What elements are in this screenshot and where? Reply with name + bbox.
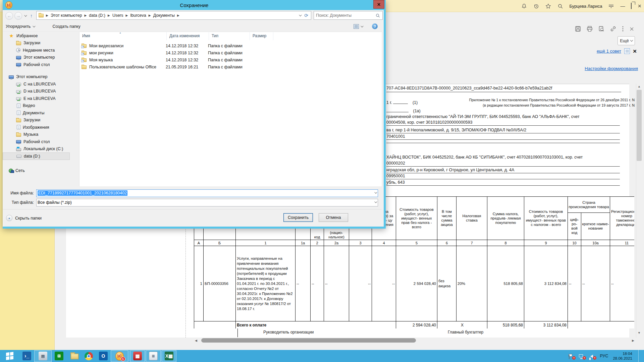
nav-item-desktop[interactable]: Рабочий стол <box>3 138 79 145</box>
vertical-scrollbar-thumb[interactable] <box>637 90 642 161</box>
scroll-left-icon[interactable]: ◀ <box>195 339 197 342</box>
filename-value[interactable]: EDI_7718992717770401001_20210628180402 <box>38 190 127 196</box>
advice-close-icon[interactable]: × <box>633 48 637 54</box>
breadcrumb-this-pc[interactable]: Этот компьютер <box>49 13 83 18</box>
nav-history-chevron-icon[interactable] <box>24 14 27 16</box>
app-close-button[interactable]: × <box>638 3 641 9</box>
minimize-button[interactable]: — <box>620 4 625 8</box>
combo-dropdown-icon[interactable] <box>374 191 377 193</box>
taskbar-notepad[interactable]: ≣ <box>146 350 161 362</box>
nav-item-e-lburceva[interactable]: E на LBURCEVA <box>3 95 79 102</box>
taskbar-chrome[interactable] <box>81 350 96 362</box>
address-bar[interactable]: ▶ Этот компьютер ▶ data (D:) ▶ Users ▶ l… <box>36 11 311 20</box>
back-button[interactable]: ← <box>5 12 13 20</box>
combo-dropdown-icon[interactable] <box>374 200 377 203</box>
more-button[interactable]: Ещё <box>618 36 635 45</box>
nav-item-desktop-fav[interactable]: Рабочий стол <box>3 61 79 68</box>
restore-button[interactable] <box>631 3 632 9</box>
nav-item-c-lburceva[interactable]: C на LBURCEVA <box>3 80 79 88</box>
file-row-videos[interactable]: Мои видеозаписи 14.12.2018 12:32 Папка с… <box>82 42 380 49</box>
nav-item-pictures[interactable]: Изображения <box>3 124 79 131</box>
signature-accountant: Главный бухгалтер <box>448 330 483 335</box>
save-button[interactable]: Сохранить <box>283 213 313 222</box>
scroll-up-icon[interactable]: ▲ <box>638 85 641 88</box>
action-center-icon[interactable]: × <box>569 354 574 359</box>
link-icon[interactable] <box>610 25 616 32</box>
start-button[interactable] <box>0 350 19 362</box>
column-header-type[interactable]: Тип <box>209 32 250 40</box>
nav-group-network[interactable]: Сеть <box>3 167 79 175</box>
filename-combo[interactable]: EDI_7718992717770401001_20210628180402 <box>36 189 378 197</box>
preview-icon[interactable] <box>598 25 605 32</box>
nav-item-recent-places[interactable]: Недавние места <box>3 47 79 54</box>
filetype-combo[interactable]: Все файлы (*.zip) <box>36 199 378 206</box>
nav-group-this-pc[interactable]: Этот компьютер <box>3 73 79 81</box>
breadcrumb-documents[interactable]: Документы <box>152 13 176 18</box>
change-view-button[interactable] <box>354 24 363 29</box>
file-row-pictures[interactable]: мои рисунки 14.12.2018 12:32 Папка с фай… <box>82 49 380 56</box>
nav-item-downloads-fav[interactable]: Загрузки <box>3 40 79 47</box>
organize-button[interactable]: Упорядочить <box>3 23 38 30</box>
breadcrumb-user[interactable]: lburceva <box>129 13 147 18</box>
forward-button[interactable]: → <box>14 12 22 20</box>
breadcrumb-data-d[interactable]: data (D:) <box>88 13 107 18</box>
taskbar-toolbox[interactable]: ▦ <box>130 350 145 362</box>
close-report-icon[interactable] <box>629 25 635 32</box>
taskbar-1c[interactable]: 1С1 <box>111 350 128 362</box>
nav-item-downloads[interactable]: Загрузки <box>3 117 79 124</box>
nav-item-music[interactable]: Музыка <box>3 131 79 138</box>
taskbar-outlook[interactable]: O <box>96 350 111 362</box>
dialog-titlebar[interactable]: 1С Сохранение ✕ <box>3 0 386 10</box>
nav-item-data-d-selected[interactable]: data (D:) <box>3 153 70 160</box>
new-folder-button[interactable]: Создать папку <box>49 23 83 30</box>
history-icon[interactable] <box>533 3 539 9</box>
file-row-office-templates[interactable]: Пользовательские шаблоны Office 21.05.20… <box>82 63 380 70</box>
advice-doc-icon[interactable] <box>624 48 630 54</box>
search-icon[interactable] <box>557 3 564 9</box>
search-magnifier-icon[interactable] <box>375 13 380 18</box>
save-report-icon[interactable] <box>575 25 581 32</box>
hide-folders-button[interactable]: ▲ Скрыть папки <box>6 215 42 221</box>
cancel-button[interactable]: Отмена <box>319 213 348 222</box>
search-box[interactable] <box>314 11 383 20</box>
network-status-icon[interactable]: × <box>579 354 585 359</box>
taskbar-server-manager[interactable]: ▤ <box>34 350 52 362</box>
dialog-close-button[interactable]: ✕ <box>373 0 384 9</box>
favorites-star-icon[interactable] <box>545 3 551 9</box>
notifications-bell-icon[interactable] <box>521 3 527 9</box>
refresh-icon[interactable]: ⟳ <box>304 13 308 18</box>
scroll-right-icon[interactable]: ▶ <box>632 339 634 342</box>
nav-item-documents[interactable]: Документы <box>3 109 79 117</box>
volume-icon[interactable]: × <box>589 354 595 359</box>
column-header-name[interactable]: Имя▲ <box>79 32 167 40</box>
taskbar-powershell[interactable]: ›_ <box>19 350 34 362</box>
main-menu-icon[interactable] <box>608 3 614 9</box>
language-indicator[interactable]: РУС <box>600 354 608 358</box>
taskbar-store[interactable]: ⊞ <box>52 350 66 362</box>
current-user-name[interactable]: Бурцева Лариса <box>570 4 602 9</box>
scroll-down-icon[interactable]: ▼ <box>638 331 641 335</box>
up-button[interactable]: ↑ <box>30 13 33 18</box>
breadcrumb-separator-icon: ▶ <box>45 14 49 17</box>
show-desktop-button[interactable] <box>638 350 641 362</box>
advice-link[interactable]: ещё 1 совет <box>597 49 621 54</box>
column-header-date[interactable]: Дата изменения <box>167 32 209 40</box>
nav-item-video[interactable]: Видео <box>3 102 79 110</box>
column-header-size[interactable]: Размер <box>250 32 273 40</box>
nav-item-d-lburceva[interactable]: D на LBURCEVA <box>3 88 79 95</box>
taskbar-explorer[interactable] <box>66 350 81 362</box>
nav-group-favorites[interactable]: ★Избранное <box>3 32 79 40</box>
breadcrumb-users[interactable]: Users <box>111 13 125 18</box>
nav-item-local-disk-c[interactable]: Локальный диск (C:) <box>3 145 79 153</box>
search-input[interactable] <box>314 13 375 18</box>
generation-settings-link[interactable]: Настройки формирования <box>585 66 638 71</box>
file-row-music[interactable]: Моя музыка 14.12.2018 12:32 Папка с файл… <box>82 56 380 63</box>
address-dropdown-icon[interactable] <box>299 13 302 16</box>
print-icon[interactable] <box>586 25 593 32</box>
taskbar-excel[interactable]: X▦ <box>162 350 176 362</box>
clock[interactable]: 18:04 28.06.2021 <box>613 351 632 361</box>
nav-item-this-pc-fav[interactable]: Этот компьютер <box>3 54 79 61</box>
horizontal-scrollbar-thumb[interactable] <box>201 338 416 343</box>
help-button[interactable]: ? <box>372 23 378 29</box>
kebab-menu-icon[interactable] <box>622 25 624 32</box>
